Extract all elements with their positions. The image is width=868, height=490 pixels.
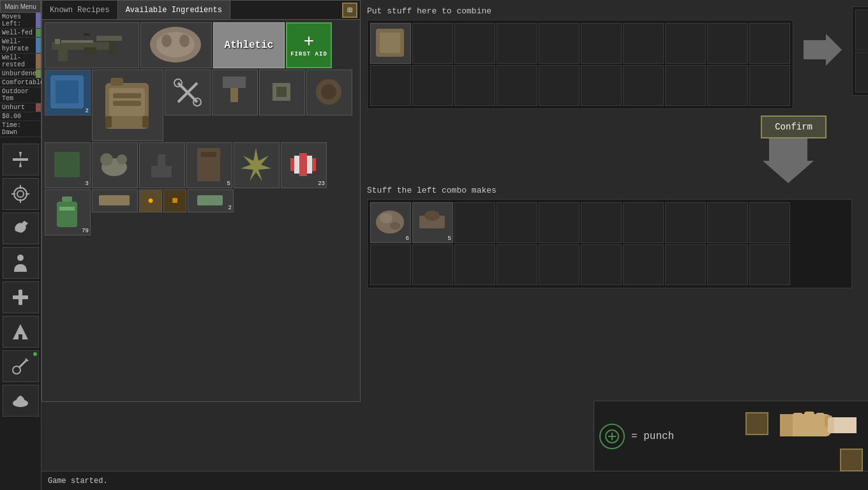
list-item[interactable] — [92, 189, 138, 212]
outdoor-temp-status: Outdoor Tem — [0, 87, 41, 103]
combine-cell[interactable] — [855, 52, 868, 93]
svg-point-12 — [17, 255, 24, 261]
list-item[interactable] — [306, 70, 352, 115]
vehicle-icon-button[interactable] — [3, 385, 39, 417]
list-item[interactable]: 79 — [45, 189, 91, 235]
svg-rect-58 — [146, 152, 158, 166]
main-menu-button[interactable]: Main Menu — [0, 0, 41, 13]
output-cell[interactable] — [454, 202, 495, 243]
output-cell[interactable] — [623, 244, 664, 285]
output-cell[interactable] — [370, 244, 411, 285]
output-cell[interactable] — [707, 202, 748, 243]
combine-cell[interactable] — [497, 23, 537, 64]
athletic-category[interactable]: athletic Athletic — [213, 22, 285, 68]
combine-cell[interactable] — [370, 65, 411, 106]
combine-cell[interactable] — [412, 23, 453, 64]
medical-icon-button[interactable] — [3, 281, 39, 313]
output-cell[interactable] — [707, 244, 748, 285]
list-item[interactable]: ■ — [163, 189, 186, 212]
tab-available-ingredients[interactable]: Available Ingredients — [118, 1, 230, 19]
output-item-cell[interactable]: 5 — [412, 202, 453, 243]
list-item[interactable] — [139, 142, 185, 188]
action-button-1[interactable] — [745, 412, 768, 435]
strength-icon-button[interactable] — [3, 212, 39, 244]
combine-cell[interactable] — [370, 23, 411, 64]
bottle-item-icon — [45, 190, 89, 234]
combine-cell[interactable] — [623, 23, 664, 64]
firstaid-item[interactable]: + FIRST AID — [286, 22, 332, 68]
list-item[interactable] — [165, 70, 211, 115]
list-item[interactable] — [234, 142, 280, 188]
bottom-right-panel: = punch — [594, 401, 868, 471]
combine-cell[interactable] — [539, 65, 580, 106]
output-cell[interactable] — [665, 202, 706, 243]
character-icon-button[interactable] — [3, 247, 39, 279]
action-button-2[interactable] — [840, 449, 863, 471]
list-item[interactable]: 3 — [45, 142, 91, 188]
tab-icon-button[interactable]: ⊞ — [342, 3, 357, 18]
list-item[interactable] — [92, 70, 163, 141]
confirm-area: Confirm — [367, 115, 852, 138]
list-item[interactable]: 5 — [186, 142, 232, 188]
money-status: $0.00 — [0, 112, 41, 121]
combine-cell[interactable] — [454, 65, 495, 106]
output-preview-section — [852, 6, 868, 96]
output-cell[interactable] — [497, 244, 537, 285]
output-cell[interactable] — [454, 244, 495, 285]
item-count: 5 — [227, 181, 230, 187]
combine-cell[interactable] — [623, 65, 664, 106]
camp-icon-button[interactable] — [3, 316, 39, 348]
combine-cell[interactable] — [707, 23, 748, 64]
svg-rect-72 — [380, 33, 400, 53]
combine-cell[interactable] — [707, 65, 748, 106]
output-cell[interactable] — [412, 244, 453, 285]
svg-marker-62 — [241, 148, 271, 181]
svg-rect-85 — [793, 413, 803, 427]
combine-cell[interactable] — [749, 65, 790, 106]
punch-icon[interactable] — [599, 424, 625, 449]
confirm-button[interactable]: Confirm — [761, 115, 827, 138]
list-item[interactable] — [92, 142, 138, 188]
output-cell[interactable] — [581, 202, 622, 243]
output-cell[interactable] — [623, 202, 664, 243]
output-cell[interactable] — [581, 244, 622, 285]
list-item[interactable]: 23 — [281, 142, 327, 188]
combine-cell[interactable] — [454, 23, 495, 64]
list-item[interactable] — [140, 22, 212, 68]
svg-rect-40 — [113, 101, 141, 106]
well-rested-status: Well-rested — [0, 54, 41, 70]
output-cell[interactable] — [539, 202, 580, 243]
combine-cell[interactable] — [581, 23, 622, 64]
combine-cell[interactable] — [497, 65, 537, 106]
output-cell[interactable] — [749, 244, 790, 285]
output-cell[interactable] — [497, 202, 537, 243]
output-cell[interactable] — [749, 202, 790, 243]
down-arrow-icon — [763, 138, 814, 183]
list-item[interactable]: 2 — [188, 189, 234, 212]
tab-known-recipes[interactable]: Known Recipes — [42, 1, 118, 19]
output-cell[interactable] — [665, 244, 706, 285]
combine-cell[interactable] — [665, 65, 706, 106]
craft-icon-button[interactable] — [3, 350, 39, 382]
combine-cell[interactable] — [581, 65, 622, 106]
svg-marker-74 — [763, 138, 814, 183]
combine-cell[interactable] — [749, 23, 790, 64]
misc-item-icon — [260, 70, 303, 114]
movement-icon-button[interactable] — [3, 144, 39, 175]
list-item[interactable] — [212, 70, 258, 115]
combine-cell[interactable] — [539, 23, 580, 64]
combine-cell[interactable] — [665, 23, 706, 64]
list-item[interactable]: 2 — [45, 70, 91, 115]
combine-cell[interactable] — [855, 10, 868, 50]
item-count: 2 — [86, 108, 89, 114]
target-icon-button[interactable] — [3, 178, 39, 210]
list-item[interactable]: ● — [139, 189, 162, 212]
list-item[interactable] — [45, 22, 139, 68]
output-item-cell[interactable]: 6 — [370, 202, 411, 243]
combine-cell[interactable] — [412, 65, 453, 106]
list-item[interactable] — [259, 70, 305, 115]
output-cell[interactable] — [539, 244, 580, 285]
inventory-panel: Known Recipes Available Ingredients ⊞ — [41, 0, 361, 402]
inventory-grid: athletic Athletic + FIRST AID 2 — [42, 20, 360, 401]
svg-rect-70 — [197, 195, 223, 205]
